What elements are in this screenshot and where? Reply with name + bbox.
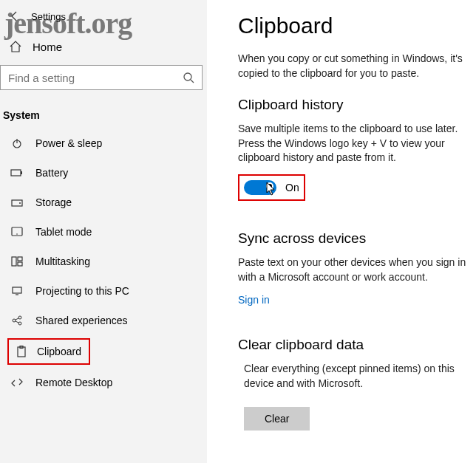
sidebar-item-clipboard[interactable]: Clipboard (7, 338, 90, 365)
svg-point-9 (16, 233, 18, 235)
home-label: Home (33, 41, 62, 53)
svg-rect-10 (12, 257, 16, 266)
power-icon (10, 137, 24, 149)
back-icon[interactable] (9, 10, 21, 22)
svg-rect-11 (18, 257, 22, 261)
sidebar-item-label: Shared experiences (35, 315, 128, 326)
svg-point-16 (18, 316, 21, 319)
sidebar-item-label: Projecting to this PC (35, 285, 129, 297)
toggle-state-label: On (285, 182, 299, 193)
history-toggle-wrap: On (238, 174, 305, 201)
clear-desc: Clear everything (except pinned items) o… (244, 362, 476, 391)
sidebar-item-remote-desktop[interactable]: Remote Desktop (0, 368, 207, 397)
history-toggle[interactable] (244, 180, 276, 195)
svg-point-7 (19, 202, 21, 204)
clipboard-icon (16, 346, 27, 357)
search-input[interactable] (8, 72, 183, 84)
search-box[interactable] (0, 65, 203, 90)
home-icon (9, 40, 22, 53)
page-intro: When you copy or cut something in Window… (238, 52, 476, 80)
sidebar-item-label: Remote Desktop (35, 377, 112, 388)
sign-in-link[interactable]: Sign in (238, 294, 270, 306)
svg-rect-13 (13, 287, 21, 293)
sidebar-item-storage[interactable]: Storage (0, 188, 207, 217)
sidebar-item-label: Storage (35, 196, 72, 208)
svg-rect-12 (18, 262, 22, 266)
toggle-knob (266, 182, 273, 190)
sidebar: Settings Home System Power & sleep Batte… (0, 0, 207, 463)
sidebar-item-shared-experiences[interactable]: Shared experiences (0, 306, 207, 335)
svg-point-0 (184, 73, 191, 80)
settings-label: Settings (31, 11, 66, 22)
settings-header[interactable]: Settings (0, 6, 207, 27)
clear-button[interactable]: Clear (244, 407, 310, 431)
tablet-icon (10, 227, 24, 237)
svg-rect-4 (11, 170, 21, 176)
remote-desktop-icon (10, 377, 24, 388)
history-desc: Save multiple items to the clipboard to … (238, 122, 476, 165)
main-content: Clipboard When you copy or cut something… (207, 0, 476, 463)
svg-point-17 (18, 322, 21, 325)
sidebar-item-multitasking[interactable]: Multitasking (0, 247, 207, 276)
section-clipboard-history: Clipboard history (238, 97, 476, 113)
sidebar-item-label: Multitasking (35, 255, 90, 267)
search-icon[interactable] (183, 72, 194, 83)
sidebar-item-label: Tablet mode (35, 226, 92, 238)
svg-point-15 (13, 319, 16, 322)
section-sync: Sync across devices (238, 230, 476, 247)
battery-icon (10, 168, 24, 177)
sidebar-item-tablet-mode[interactable]: Tablet mode (0, 217, 207, 247)
category-heading: System (0, 103, 207, 128)
multitasking-icon (10, 256, 24, 267)
storage-icon (10, 197, 24, 208)
svg-rect-5 (21, 171, 22, 174)
svg-line-19 (16, 321, 18, 323)
section-clear: Clear clipboard data (238, 337, 476, 353)
svg-line-1 (191, 80, 194, 83)
sidebar-item-projecting[interactable]: Projecting to this PC (0, 276, 207, 306)
page-title: Clipboard (238, 13, 476, 38)
sidebar-item-power-sleep[interactable]: Power & sleep (0, 128, 207, 158)
sidebar-item-label: Clipboard (37, 346, 81, 357)
sync-desc: Paste text on your other devices when yo… (238, 255, 476, 284)
svg-line-18 (16, 318, 18, 320)
sidebar-item-battery[interactable]: Battery (0, 158, 207, 188)
projecting-icon (10, 286, 24, 296)
sidebar-item-label: Power & sleep (35, 137, 102, 149)
sidebar-item-label: Battery (35, 167, 68, 179)
home-row[interactable]: Home (0, 34, 207, 58)
shared-icon (10, 315, 24, 326)
